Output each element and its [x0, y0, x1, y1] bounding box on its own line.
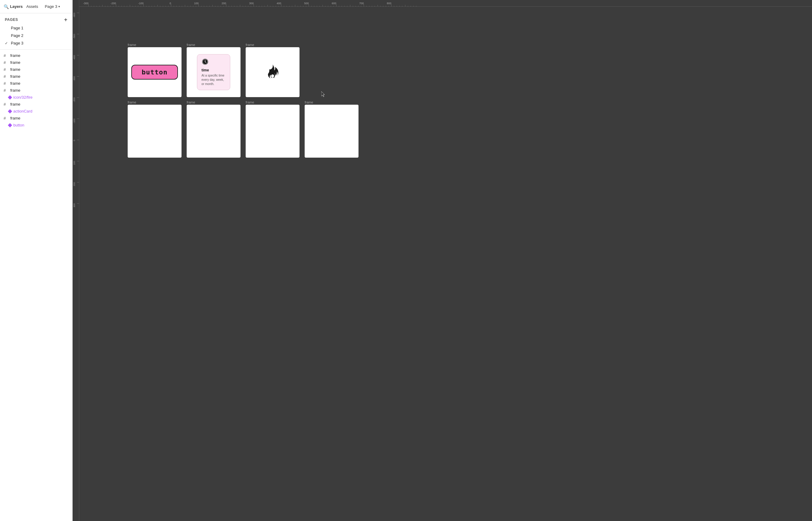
search-icon: 🔍 [4, 4, 9, 9]
diamond-icon-button [8, 123, 12, 127]
frame-label-empty-1: frame [128, 100, 182, 104]
layer-frame-1[interactable]: # frame [0, 52, 72, 59]
frame-label-button: frame [128, 43, 182, 47]
frame-icon-4: # [4, 74, 8, 79]
frame-icon-7: # [4, 102, 8, 107]
frame-label-fire: frame [246, 43, 300, 47]
layer-button-label: button [13, 123, 69, 128]
time-card-desc: At a specific time every day, week, or m… [202, 73, 226, 86]
ruler-horizontal [73, 0, 812, 7]
page-check-3: ✓ [5, 41, 9, 45]
assets-tab-label: Assets [26, 4, 38, 9]
canvas-frame-empty-3[interactable] [246, 105, 300, 158]
frame-wrapper-empty-1: frame [128, 100, 182, 158]
canvas-frame-empty-4[interactable] [305, 105, 358, 158]
canvas-frame-fire[interactable] [246, 47, 300, 97]
layer-frame-3[interactable]: # frame [0, 66, 72, 73]
fire-icon-svg [265, 64, 280, 81]
canvas-frame-empty-2[interactable] [187, 105, 240, 158]
pages-section-header: Pages + [0, 13, 72, 24]
sidebar: 🔍 Layers Assets Page 3 ▾ Pages + Page 1 … [0, 0, 73, 521]
layer-frame-5[interactable]: # frame [0, 80, 72, 87]
time-card: time At a specific time every day, week,… [197, 54, 230, 90]
page-item-3[interactable]: ✓ Page 3 [0, 39, 72, 47]
page-2-label: Page 2 [11, 33, 23, 38]
canvas-container: frame button frame tim [73, 0, 812, 521]
canvas-frame-empty-1[interactable] [128, 105, 182, 158]
frame-label-empty-4: frame [305, 100, 358, 104]
layer-frame-2[interactable]: # frame [0, 59, 72, 66]
page-check-2 [5, 33, 9, 38]
ruler-vertical [73, 0, 79, 521]
canvas-viewport[interactable]: frame button frame tim [79, 7, 812, 521]
layers-tab[interactable]: 🔍 Layers [4, 4, 23, 9]
frame-icon-1: # [4, 53, 8, 58]
page-item-2[interactable]: Page 2 [0, 32, 72, 39]
layer-name-3: frame [10, 67, 69, 72]
frame-label-empty-2: frame [187, 100, 240, 104]
layer-frame-4[interactable]: # frame [0, 73, 72, 80]
sidebar-content: Pages + Page 1 Page 2 ✓ Page 3 # frame #… [0, 13, 72, 521]
frame-icon-8: # [4, 116, 8, 120]
frame-icon-2: # [4, 60, 8, 65]
time-card-icon [202, 58, 226, 67]
layer-frame-8[interactable]: # frame [0, 115, 72, 122]
frame-wrapper-button: frame button [128, 43, 182, 97]
layer-name-2: frame [10, 60, 69, 65]
ruler-v-content [73, 7, 79, 521]
sidebar-divider [0, 49, 72, 50]
layer-name-6: frame [10, 88, 69, 93]
frame-wrapper-empty-2: frame [187, 100, 240, 158]
time-card-title: time [202, 68, 226, 72]
diamond-icon-fire [8, 95, 12, 99]
layers-tab-label: Layers [10, 4, 23, 9]
add-page-button[interactable]: + [64, 17, 67, 22]
pages-label: Pages [5, 18, 18, 22]
frame-icon-5: # [4, 81, 8, 86]
chevron-down-icon: ▾ [59, 5, 60, 8]
page-3-label: Page 3 [11, 41, 23, 45]
layer-name-4: frame [10, 74, 69, 79]
layer-fire-label: icon/32/fire [13, 95, 69, 99]
diamond-icon-actioncard [8, 109, 12, 113]
cursor-indicator [321, 91, 326, 97]
frame-wrapper-timecard: frame time At a specific time every day,… [187, 43, 240, 97]
svg-point-4 [271, 74, 274, 77]
button-content[interactable]: button [131, 65, 178, 80]
ruler-h-content [79, 0, 812, 6]
layer-child-fire[interactable]: icon/32/fire [0, 94, 72, 101]
page-check-1 [5, 26, 9, 30]
frame-wrapper-empty-3: frame [246, 100, 300, 158]
top-bar: 🔍 Layers Assets Page 3 ▾ [0, 0, 72, 13]
frame-icon-6: # [4, 88, 8, 93]
frame-label-timecard: frame [187, 43, 240, 47]
frame-wrapper-empty-4: frame [305, 100, 358, 158]
page-item-1[interactable]: Page 1 [0, 24, 72, 32]
layer-child-button[interactable]: button [0, 122, 72, 129]
layer-actioncard-label: actionCard [13, 109, 69, 113]
assets-tab[interactable]: Assets [26, 4, 38, 9]
layer-frame-6[interactable]: # frame [0, 87, 72, 94]
layer-name-7: frame [10, 102, 69, 107]
page-selector[interactable]: Page 3 ▾ [43, 4, 62, 9]
layer-frame-7[interactable]: # frame [0, 101, 72, 108]
frame-wrapper-fire: frame [246, 43, 300, 97]
page-1-label: Page 1 [11, 26, 23, 30]
layer-name-5: frame [10, 81, 69, 86]
page-selector-label: Page 3 [45, 4, 57, 9]
canvas-frame-timecard[interactable]: time At a specific time every day, week,… [187, 47, 240, 97]
frame-label-empty-3: frame [246, 100, 300, 104]
layer-child-actioncard[interactable]: actionCard [0, 108, 72, 115]
frame-icon-3: # [4, 67, 8, 72]
canvas-frame-button[interactable]: button [128, 47, 182, 97]
layer-name-8: frame [10, 116, 69, 120]
layer-name-1: frame [10, 53, 69, 58]
